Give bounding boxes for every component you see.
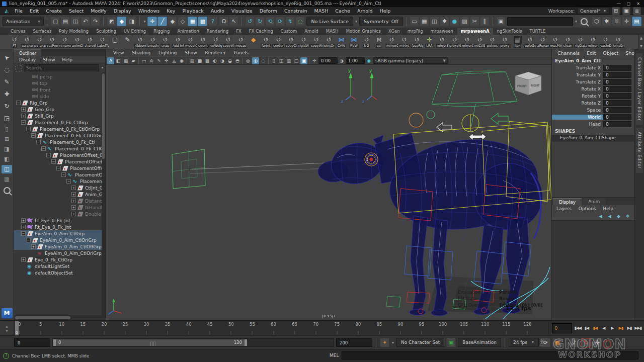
shelf-item-rigdata[interactable]: ↺rigData	[574, 36, 587, 48]
view-transform-selector[interactable]: sRGB gamma (legacy) ▼	[373, 57, 448, 64]
viewport-menu-shading[interactable]: Shading	[128, 49, 154, 56]
camera-attributes-icon[interactable]: ▦	[122, 57, 129, 64]
channel-row[interactable]: Rotate X0	[552, 85, 634, 93]
expand-toggle[interactable]: +	[71, 186, 76, 190]
undo-icon[interactable]: ↶	[80, 17, 90, 26]
gamma-icon[interactable]: ◑	[338, 57, 345, 64]
set-key-character-icon[interactable]: ✣	[593, 338, 602, 347]
symmetry-selector[interactable]: Symmetry: Off	[359, 17, 403, 26]
shelf-item-polege[interactable]: ↺poleGe	[524, 36, 536, 48]
shelf-item-pvw[interactable]: ⋈PVW	[348, 36, 360, 48]
field-chart-icon[interactable]: ▯	[270, 57, 277, 64]
fps-selector[interactable]: 24 fps ▾	[509, 338, 539, 347]
expand-toggle[interactable]: +	[71, 199, 76, 203]
lock-selection-icon[interactable]: Ω	[219, 17, 228, 26]
character-set-selector[interactable]: No Character Set	[396, 338, 444, 347]
layout-custom-icon[interactable]: ▥	[2, 175, 12, 184]
color-management-icon[interactable]: ◉	[365, 57, 372, 64]
maya-logo-icon[interactable]: M	[2, 308, 13, 318]
playback-range[interactable]: 0 120	[53, 339, 247, 346]
shelf-item-lion[interactable]: ▦lion	[511, 36, 524, 48]
render-current-frame-icon[interactable]: ▦	[420, 17, 429, 26]
shelf-item-breathe[interactable]: ↺breathe	[146, 36, 159, 48]
shelf-item-mirrorc[interactable]: ↺mirrorC	[461, 36, 473, 48]
shelf-tab-fx-caching[interactable]: FX Caching	[246, 28, 277, 35]
menu-modify[interactable]: Modify	[87, 7, 110, 15]
screen-space-ao-icon[interactable]: ◒	[226, 57, 233, 64]
layer-tab-anim[interactable]: Anim	[582, 198, 606, 205]
new-scene-icon[interactable]: ▢	[50, 17, 60, 26]
outliner-node[interactable]: −PlacementOffset_0	[14, 165, 105, 171]
outliner-menu-help[interactable]: Help	[59, 56, 75, 63]
shelf-item-lra[interactable]: ✛LRA	[423, 36, 436, 48]
shelf-item-count[interactable]: ↺count	[197, 36, 209, 48]
outliner-node[interactable]: −Placement_0_Fk_CtlGrp	[14, 119, 105, 126]
shelf-item-animch[interactable]: ↺animCh	[71, 36, 84, 48]
menu-cache[interactable]: Cache	[332, 7, 354, 15]
shelf-item-icon[interactable]: ▢	[109, 36, 121, 48]
minimize-button[interactable]: —	[617, 2, 621, 6]
live-surface-indicator[interactable]: No Live Surface	[306, 17, 353, 26]
shelf-tab-mrprig[interactable]: mrpRig	[404, 28, 427, 35]
snap-viewport-icon[interactable]: ✛	[163, 57, 170, 64]
expand-toggle[interactable]: +	[21, 257, 26, 262]
step-back-frame-button[interactable]: ▮◀	[583, 324, 590, 333]
cached-playback-icon[interactable]: ↻	[581, 338, 591, 347]
outliner-node[interactable]: persp	[14, 73, 105, 80]
gate-mask-icon[interactable]: ▥	[285, 57, 292, 64]
shelf-item-mictls[interactable]: ↺miCtlS	[473, 36, 486, 48]
channel-row[interactable]: Head0	[552, 121, 634, 128]
shelf-tab-turtle[interactable]: TURTLE	[526, 28, 549, 35]
rotate-tool-icon[interactable]: ↻	[2, 101, 12, 111]
sidebar-tab-channel-box-layer-editor[interactable]: Channel Box / Layer Editor	[636, 53, 643, 125]
snap-to-grid-icon[interactable]: ✛	[147, 17, 157, 26]
quick-selection-input[interactable]	[507, 17, 573, 26]
outliner-node[interactable]: −EyeAim_0_Aim_CtlOriGrp	[14, 237, 105, 243]
outliner-node[interactable]: +DoubleStru	[14, 211, 105, 217]
shape-node-row[interactable]: EyeAim_0_Aim_CtlShape	[552, 135, 634, 141]
current-frame-field[interactable]: 0	[552, 323, 572, 333]
shelf-item-centerj[interactable]: ↺centerJ	[272, 36, 285, 48]
shelf-tab-rendering[interactable]: Rendering	[203, 28, 232, 35]
pause-viewport-icon[interactable]: ∥	[480, 17, 490, 26]
snap-to-curve-icon[interactable]: ╱	[157, 17, 167, 26]
shelf-item-mirjnt[interactable]: ↺mirJnt	[398, 36, 411, 48]
shelf-item-proxy[interactable]: ↺proxy	[499, 36, 511, 48]
shelf-item-cvw[interactable]: ⋈CVW	[335, 36, 348, 48]
go-to-start-button[interactable]: ▮◀◀	[574, 324, 582, 333]
highlight-selection-icon[interactable]: ↖	[229, 17, 238, 26]
channel-row[interactable]: Rotate Y0	[552, 93, 634, 100]
outliner-node[interactable]: −Placement_0_Fk_CtlOriGrp	[14, 126, 105, 132]
outliner-node[interactable]: −EyeAim_0_Aim_CtlGrp	[14, 230, 105, 237]
bookmark-icon[interactable]: ▰	[130, 57, 137, 64]
outliner-node[interactable]: +EyeAim_0_Aim_CtlOffGrp	[14, 243, 105, 250]
expand-toggle[interactable]: −	[41, 146, 46, 151]
shelf-item-proxyn[interactable]: ↺proxyN	[448, 36, 461, 48]
outliner-node[interactable]: +Distance_G	[14, 198, 105, 204]
shelf-tab-animation[interactable]: Animation	[174, 28, 202, 35]
outliner-node[interactable]: top	[14, 80, 105, 86]
menu-deform[interactable]: Deform	[256, 7, 281, 15]
shelf-scroll-buttons[interactable]: ▲▼	[638, 35, 644, 49]
shelf-item-add-inf[interactable]: ↺Add Inf	[172, 36, 184, 48]
outliner-vertical-scrollbar[interactable]	[102, 72, 105, 315]
channel-row[interactable]: World0	[552, 114, 634, 121]
shelf-item-jointor[interactable]: ↺jointOr	[323, 36, 335, 48]
channel-value-field[interactable]: 0	[603, 93, 631, 99]
anim-layer-icon[interactable]: ▣	[446, 338, 456, 347]
shelf-item-rename[interactable]: ↺rename	[58, 36, 71, 48]
shelf-item-po-snap[interactable]: ↺po-snap	[33, 36, 46, 48]
shelf-item-mirrorc[interactable]: ↺mirrorC	[385, 36, 398, 48]
shelf-item-sharew[interactable]: ↺shareW	[84, 36, 96, 48]
shelf-item-mirrorjr[interactable]: ↺mirrorJr	[587, 36, 599, 48]
tool-settings-icon[interactable]: ✛	[622, 17, 631, 26]
select-object-icon[interactable]: ◆	[117, 17, 126, 26]
outliner-node[interactable]: front	[14, 86, 105, 93]
shelf-item-mocapt[interactable]: ↺mocapT	[234, 36, 247, 48]
expand-toggle[interactable]: −	[26, 127, 31, 131]
menu-mash[interactable]: MASH	[310, 7, 332, 15]
select-tool-icon[interactable]: ➤	[2, 52, 12, 63]
outliner-node[interactable]: −PlacementOffset	[14, 171, 105, 178]
outliner-search-input[interactable]	[24, 64, 99, 71]
shelf-item-vacinde[interactable]: ↺vacinDe	[599, 36, 612, 48]
